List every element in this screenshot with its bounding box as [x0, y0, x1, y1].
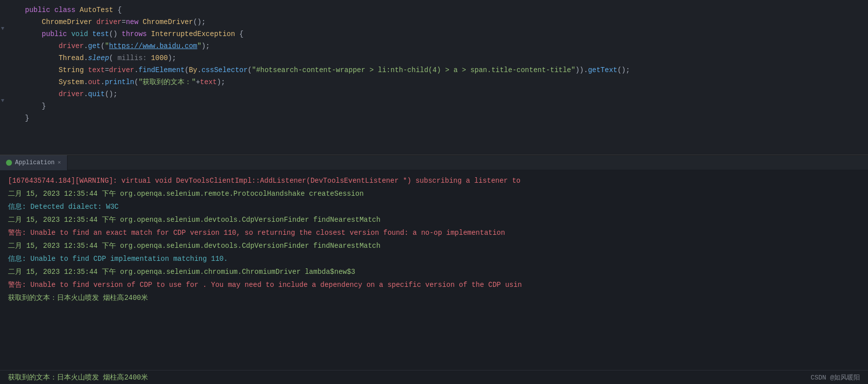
code-line-8: driver.quit();: [0, 88, 868, 100]
code-text-10: }: [25, 113, 868, 124]
code-text-3: public void test() throws InterruptedExc…: [25, 29, 868, 40]
code-line-9: ▼ }: [0, 100, 868, 112]
code-text-8: driver.quit();: [25, 89, 868, 100]
code-line-4: driver.get("https://www.baidu.com");: [0, 40, 868, 52]
code-text-6: String text=driver.findElement(By.cssSel…: [25, 65, 868, 76]
code-line-5: Thread.sleep( millis: 1000);: [0, 52, 868, 64]
fold-icon-3: ▼: [1, 26, 4, 32]
code-line-1: public class AutoTest {: [0, 4, 868, 16]
code-line-10: }: [0, 112, 868, 124]
console-line-10: 获取到的文本：日本火山喷发 烟柱高2400米: [0, 291, 868, 304]
console-line-6: 二月 15, 2023 12:35:44 下午 org.openqa.selen…: [0, 239, 868, 252]
fold-icon-9: ▼: [1, 98, 4, 104]
console-line-1: [1676435744.184][WARNING]: virtual void …: [0, 174, 868, 187]
code-area: public class AutoTest { ChromeDriver dri…: [0, 0, 868, 128]
code-text-2: ChromeDriver driver=new ChromeDriver();: [25, 17, 868, 28]
code-editor: public class AutoTest { ChromeDriver dri…: [0, 0, 868, 155]
code-text-7: System.out.println("获取到的文本："+text);: [25, 77, 868, 88]
console-line-5: 警告: Unable to find an exact match for CD…: [0, 226, 868, 239]
code-text-9: }: [25, 101, 868, 112]
code-text-4: driver.get("https://www.baidu.com");: [25, 41, 868, 52]
console-line-7: 信息: Unable to find CDP implementation ma…: [0, 252, 868, 265]
footer-result-text: 获取到的文本：日本火山喷发 烟柱高2400米: [8, 373, 148, 382]
tab-close-button[interactable]: ×: [58, 160, 61, 166]
console-line-8: 二月 15, 2023 12:35:44 下午 org.openqa.selen…: [0, 265, 868, 278]
console-line-9: 警告: Unable to find version of CDP to use…: [0, 278, 868, 291]
code-line-2: ChromeDriver driver=new ChromeDriver();: [0, 16, 868, 28]
console-section: [1676435744.184][WARNING]: virtual void …: [0, 170, 868, 384]
code-line-7: System.out.println("获取到的文本："+text);: [0, 76, 868, 88]
console-line-2: 二月 15, 2023 12:35:44 下午 org.openqa.selen…: [0, 187, 868, 200]
code-line-3: ▼ public void test() throws InterruptedE…: [0, 28, 868, 40]
console-footer: 获取到的文本：日本火山喷发 烟柱高2400米 CSDN @如风暖阳: [0, 370, 868, 384]
console-output: [1676435744.184][WARNING]: virtual void …: [0, 170, 868, 370]
code-line-6: String text=driver.findElement(By.cssSel…: [0, 64, 868, 76]
tab-label: Application: [15, 159, 54, 166]
tab-status-icon: [6, 160, 12, 166]
footer-attribution: CSDN @如风暖阳: [810, 373, 860, 382]
application-tab[interactable]: Application ×: [0, 155, 68, 170]
console-line-4: 二月 15, 2023 12:35:44 下午 org.openqa.selen…: [0, 213, 868, 226]
code-text-5: Thread.sleep( millis: 1000);: [25, 53, 868, 64]
code-text-1: public class AutoTest {: [25, 5, 868, 16]
console-line-3: 信息: Detected dialect: W3C: [0, 200, 868, 213]
app-tab-bar: Application ×: [0, 155, 868, 170]
